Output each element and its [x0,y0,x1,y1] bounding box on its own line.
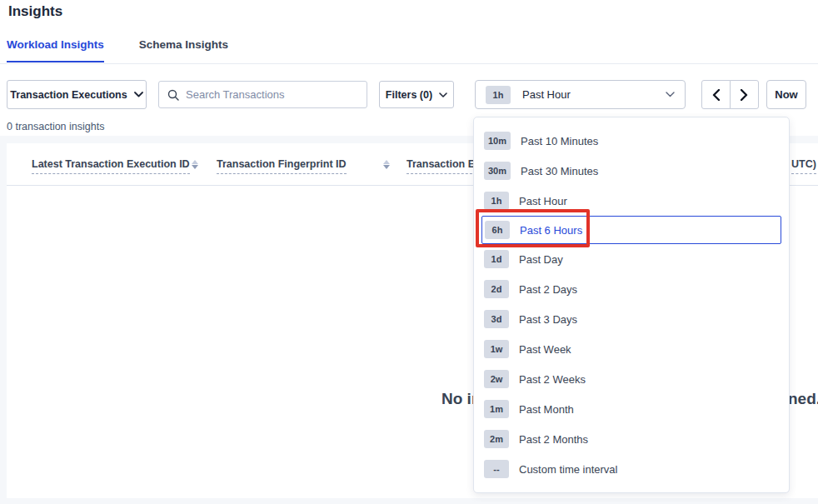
time-next-button[interactable] [730,80,759,109]
time-option-past-week[interactable]: 1w Past Week [474,334,789,364]
tab-bar: Workload Insights Schema Insights [7,38,228,62]
tabs-divider [0,63,818,64]
search-input[interactable] [186,88,358,101]
time-option-badge: 6h [485,221,510,239]
time-range-badge: 1h [486,86,511,104]
search-icon [167,89,179,101]
time-option-badge: 1h [484,192,509,210]
chevron-down-icon [666,92,675,97]
insights-page: Insights Workload Insights Schema Insigh… [0,0,818,504]
chevron-right-icon [741,89,748,101]
filters-dropdown[interactable]: Filters (0) [379,81,454,108]
time-option-past-10-minutes[interactable]: 10m Past 10 Minutes [474,126,789,156]
now-label: Now [775,88,797,101]
time-option-badge: 2d [484,280,509,298]
column-header-transaction-fingerprint-id[interactable]: Transaction Fingerprint ID [217,158,347,174]
column-header-latest-transaction-execution-id[interactable]: Latest Transaction Execution ID [32,158,190,174]
tab-schema-insights[interactable]: Schema Insights [139,38,228,62]
time-option-badge: 1m [484,400,509,418]
chevron-down-icon [134,92,143,97]
time-option-past-2-months[interactable]: 2m Past 2 Months [474,424,789,454]
time-option-badge: 2w [484,370,509,388]
view-selector-label: Transaction Executions [10,89,127,101]
time-range-dropdown-menu: 10m Past 10 Minutes 30m Past 30 Minutes … [473,117,790,493]
tab-workload-insights[interactable]: Workload Insights [7,38,104,62]
empty-state-text-fragment: ned. [788,390,818,408]
time-option-past-hour[interactable]: 1h Past Hour [474,186,789,216]
time-option-badge: 10m [484,132,511,150]
time-option-badge: 30m [484,162,511,180]
time-range-label: Past Hour [522,88,654,101]
sort-icon[interactable] [383,160,390,169]
time-option-past-3-days[interactable]: 3d Past 3 Days [474,304,789,334]
time-step-buttons [701,80,759,109]
time-option-badge: 1w [484,340,509,358]
time-range-selector[interactable]: 1h Past Hour [475,80,686,109]
filters-label: Filters (0) [386,89,432,101]
time-option-past-2-days[interactable]: 2d Past 2 Days [474,274,789,304]
time-option-past-30-minutes[interactable]: 30m Past 30 Minutes [474,156,789,186]
chevron-down-icon [439,92,447,97]
view-selector-dropdown[interactable]: Transaction Executions [7,80,147,109]
search-transactions-box[interactable] [158,81,367,108]
time-option-past-6-hours[interactable]: 6h Past 6 Hours [481,216,781,244]
time-option-badge: 1d [484,250,509,268]
time-option-custom-time-interval[interactable]: -- Custom time interval [474,454,789,484]
column-header-utc-partial[interactable]: UTC) [791,158,816,174]
chevron-left-icon [712,89,720,101]
time-option-badge: 2m [484,430,509,448]
now-button[interactable]: Now [766,80,806,109]
time-prev-button[interactable] [701,80,731,109]
sort-icon[interactable] [192,160,198,169]
time-option-past-month[interactable]: 1m Past Month [474,394,789,424]
page-title: Insights [8,3,62,20]
insights-count: 0 transaction insights [7,121,104,132]
time-option-past-day[interactable]: 1d Past Day [474,244,789,274]
column-header-transaction-partial[interactable]: Transaction Ex [407,158,481,174]
time-option-past-2-weeks[interactable]: 2w Past 2 Weeks [474,364,789,394]
time-option-badge: 3d [484,310,509,328]
time-option-badge: -- [484,460,509,478]
